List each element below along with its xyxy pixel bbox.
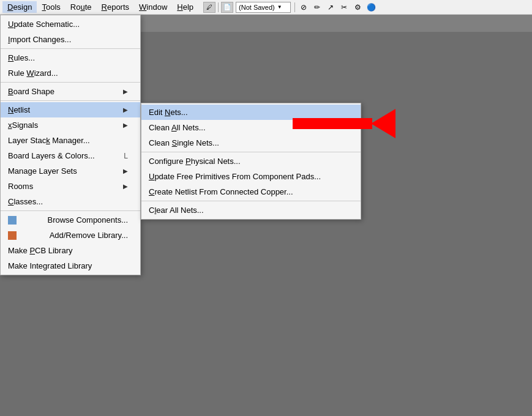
menubar-item-help[interactable]: Help — [172, 1, 198, 13]
menubar-route-label: Route — [70, 2, 92, 12]
arrow-shaft — [293, 118, 372, 129]
submenu-arrow-xsignals: ▶ — [123, 122, 128, 128]
menu-item-manage-layer-sets[interactable]: Manage Layer Sets ▶ — [1, 163, 140, 179]
separator-2 — [1, 82, 140, 83]
toolbar-icon-2[interactable]: 📄 — [221, 2, 233, 13]
menu-item-classes[interactable]: Classes... — [1, 194, 140, 209]
submenu-arrow-rooms: ▶ — [123, 183, 128, 190]
menu-item-xsignals[interactable]: xSignals ▶ — [1, 117, 140, 133]
menubar-window-label: Window — [139, 2, 167, 12]
submenu-item-create-netlist[interactable]: Create Netlist From Connected Copper... — [141, 184, 361, 199]
menu-item-make-integrated-library[interactable]: Make Integrated Library — [1, 258, 140, 273]
dropdown-arrow-icon: ▼ — [277, 4, 282, 10]
submenu-item-update-free-primitives[interactable]: Update Free Primitives From Component Pa… — [141, 169, 361, 184]
toolbar-icon-8[interactable]: 🔵 — [365, 2, 377, 13]
menubar-item-tools[interactable]: Tools — [37, 1, 65, 13]
menubar-item-design[interactable]: Design — [2, 1, 37, 13]
red-arrow-indicator — [293, 109, 395, 138]
submenu-item-clear-all-nets[interactable]: Clear All Nets... — [141, 202, 361, 218]
toolbar-icon-4[interactable]: ✏ — [311, 2, 323, 13]
menu-item-add-remove-library[interactable]: Add/Remove Library... — [1, 228, 140, 243]
board-layers-shortcut: L — [124, 152, 128, 160]
menu-item-netlist[interactable]: Netlist ▶ — [1, 102, 140, 117]
separator-1 — [1, 48, 140, 49]
menubar-item-route[interactable]: Route — [66, 1, 97, 13]
add-library-icon — [8, 231, 17, 240]
menu-item-rooms[interactable]: Rooms ▶ — [1, 179, 140, 194]
toolbar-icon-3[interactable]: ⊘ — [298, 2, 310, 13]
menu-item-rules[interactable]: Rules... — [1, 50, 140, 65]
toolbar-input-notsaved[interactable]: (Not Saved) ▼ — [236, 2, 291, 13]
menu-item-board-layers[interactable]: Board Layers & Colors... L — [1, 148, 140, 163]
menu-item-import-changes[interactable]: Import Changes... — [1, 32, 140, 47]
submenu-arrow-layer-sets: ▶ — [123, 168, 128, 174]
menu-item-update-schematic[interactable]: Update Schematic... — [1, 17, 140, 32]
toolbar-icon-6[interactable]: ✂ — [338, 2, 350, 13]
toolbar-icon-1[interactable]: 🖊 — [203, 2, 215, 13]
submenu-arrow-board-shape: ▶ — [123, 88, 128, 95]
design-menu: Update Schematic... Import Changes... Ru… — [0, 15, 141, 275]
toolbar-separator-1 — [218, 2, 219, 12]
submenu-separator-1 — [141, 152, 361, 152]
menu-item-browse-components[interactable]: Browse Components... — [1, 212, 140, 228]
menubar-help-label: Help — [177, 2, 193, 12]
menubar-design-label: Design — [7, 2, 32, 12]
submenu-separator-2 — [141, 201, 361, 201]
arrow-head-icon — [371, 109, 395, 138]
menubar-item-reports[interactable]: Reports — [97, 1, 135, 13]
browse-components-icon — [8, 216, 17, 225]
menu-item-board-shape[interactable]: Board Shape ▶ — [1, 84, 140, 99]
toolbar-icon-7[interactable]: ⚙ — [351, 2, 364, 13]
menu-item-layer-stack[interactable]: Layer Stack Manager... — [1, 133, 140, 148]
separator-3 — [1, 210, 140, 211]
menubar: Design Tools Route Reports Window Help 🖊… — [0, 0, 532, 15]
menu-item-rule-wizard[interactable]: Rule Wizard... — [1, 65, 140, 81]
toolbar-icon-5[interactable]: ↗ — [324, 2, 337, 13]
submenu-arrow-netlist: ▶ — [123, 106, 128, 113]
menubar-reports-label: Reports — [102, 2, 130, 12]
menubar-tools-label: Tools — [42, 2, 60, 12]
menu-item-make-pcb-library[interactable]: Make PCB Library — [1, 243, 140, 258]
toolbar-separator-2 — [294, 2, 295, 12]
menubar-item-window[interactable]: Window — [134, 1, 172, 13]
separator-board-netlist — [1, 100, 140, 101]
submenu-item-configure-physical-nets[interactable]: Configure Physical Nets... — [141, 154, 361, 169]
design-dropdown: Update Schematic... Import Changes... Ru… — [0, 15, 141, 275]
